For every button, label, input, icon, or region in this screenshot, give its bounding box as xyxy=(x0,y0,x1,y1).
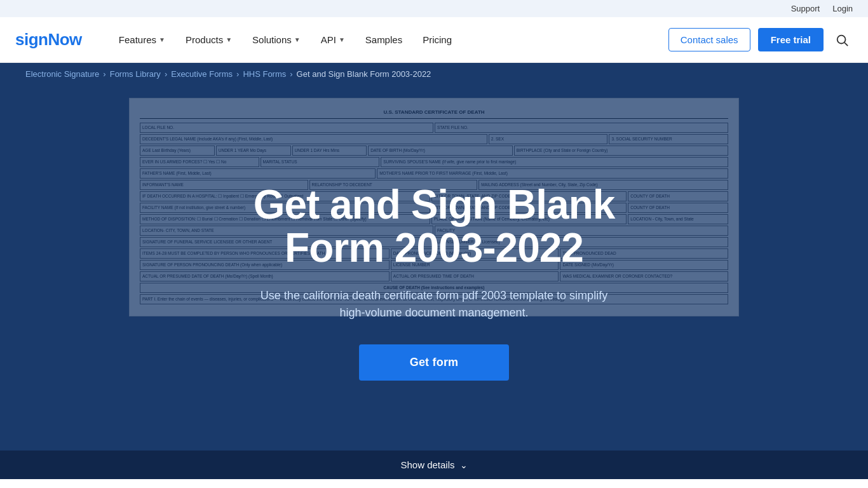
main-nav: Features▼Products▼Solutions▼API▼SamplesP… xyxy=(110,29,648,50)
hero-content: Get and Sign Blank Form 2003-2022 Use th… xyxy=(193,158,675,405)
hero-subtitle: Use the california death certificate for… xyxy=(256,287,612,322)
breadcrumb-item-executive-forms[interactable]: Executive Forms xyxy=(171,69,233,79)
top-bar: Support Login xyxy=(0,0,868,17)
header: signNow Features▼Products▼Solutions▼API▼… xyxy=(0,17,868,63)
logo-text: signNow xyxy=(15,30,82,50)
breadcrumb-item-current: Get and Sign Blank Form 2003-2022 xyxy=(297,69,431,79)
form-cell: AGE Last Birthday (Years) xyxy=(140,146,215,156)
logo[interactable]: signNow xyxy=(15,30,82,50)
form-cell: STATE FILE NO. xyxy=(435,123,728,133)
solutions-chevron-icon: ▼ xyxy=(294,36,301,43)
svg-line-1 xyxy=(844,43,848,46)
breadcrumb-item-electronic-signature[interactable]: Electronic Signature xyxy=(25,69,99,79)
search-button[interactable] xyxy=(831,29,853,51)
breadcrumb-item-hhs-forms[interactable]: HHS Forms xyxy=(243,69,286,79)
form-cell: UNDER 1 DAY Hrs Mins xyxy=(292,146,367,156)
form-cell: BIRTHPLACE (City and State or Foreign Co… xyxy=(514,146,728,156)
features-chevron-icon: ▼ xyxy=(159,36,165,43)
nav-item-samples[interactable]: Samples xyxy=(356,29,411,50)
nav-item-api[interactable]: API▼ xyxy=(312,29,354,50)
form-cell: DATE OF BIRTH (Mo/Day/Yr) xyxy=(368,146,513,156)
svg-point-0 xyxy=(837,35,846,43)
api-chevron-icon: ▼ xyxy=(339,36,345,43)
breadcrumb-separator: › xyxy=(236,69,239,79)
chevron-down-icon: ⌄ xyxy=(460,460,468,470)
form-cell: 2. SEX xyxy=(489,134,608,144)
form-cell: DECEDENT'S LEGAL NAME (Include AKA's if … xyxy=(140,134,487,144)
form-cell: LOCAL FILE NO. xyxy=(140,123,433,133)
login-link[interactable]: Login xyxy=(832,4,853,13)
products-chevron-icon: ▼ xyxy=(226,36,232,43)
contact-sales-button[interactable]: Contact sales xyxy=(668,28,750,51)
nav-item-pricing[interactable]: Pricing xyxy=(414,29,461,50)
nav-item-features[interactable]: Features▼ xyxy=(110,29,174,50)
hero-title: Get and Sign Blank Form 2003-2022 xyxy=(205,184,663,269)
breadcrumb-separator: › xyxy=(103,69,105,79)
form-cell: 3. SOCIAL SECURITY NUMBER xyxy=(609,134,728,144)
form-cell: UNDER 1 YEAR Mo Days xyxy=(216,146,291,156)
breadcrumb-separator: › xyxy=(290,69,292,79)
show-details-bar[interactable]: Show details ⌄ xyxy=(0,451,868,479)
free-trial-button[interactable]: Free trial xyxy=(758,28,824,51)
breadcrumb-item-forms-library[interactable]: Forms Library xyxy=(110,69,161,79)
breadcrumb-separator: › xyxy=(165,69,167,79)
search-icon xyxy=(835,33,849,47)
nav-item-products[interactable]: Products▼ xyxy=(177,29,241,50)
nav-item-solutions[interactable]: Solutions▼ xyxy=(243,29,309,50)
support-link[interactable]: Support xyxy=(791,4,820,13)
show-details-label: Show details xyxy=(400,459,454,470)
form-preview-title: U.S. STANDARD CERTIFICATE OF DEATH xyxy=(140,109,728,119)
hero-section: U.S. STANDARD CERTIFICATE OF DEATH LOCAL… xyxy=(0,85,868,479)
breadcrumb: Electronic Signature›Forms Library›Execu… xyxy=(0,63,868,85)
get-form-button[interactable]: Get form xyxy=(359,344,510,381)
header-actions: Contact sales Free trial xyxy=(668,28,853,51)
